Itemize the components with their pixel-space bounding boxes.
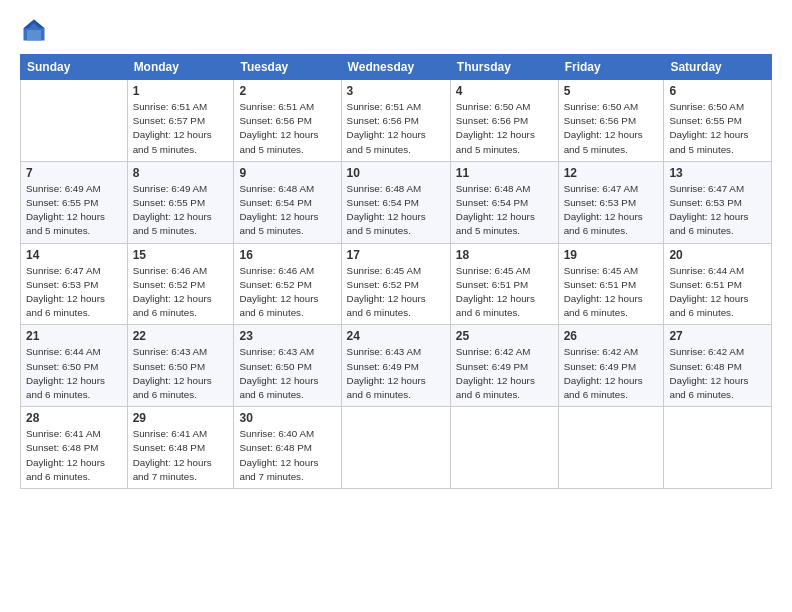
day-info: Sunrise: 6:49 AM Sunset: 6:55 PM Dayligh… [26, 182, 122, 239]
day-info: Sunrise: 6:42 AM Sunset: 6:48 PM Dayligh… [669, 345, 766, 402]
day-number: 2 [239, 84, 335, 98]
calendar-cell: 24Sunrise: 6:43 AM Sunset: 6:49 PM Dayli… [341, 325, 450, 407]
day-info: Sunrise: 6:46 AM Sunset: 6:52 PM Dayligh… [239, 264, 335, 321]
logo-icon [20, 16, 48, 44]
weekday-header: Tuesday [234, 55, 341, 80]
weekday-header: Monday [127, 55, 234, 80]
day-info: Sunrise: 6:41 AM Sunset: 6:48 PM Dayligh… [26, 427, 122, 484]
day-number: 29 [133, 411, 229, 425]
day-info: Sunrise: 6:47 AM Sunset: 6:53 PM Dayligh… [26, 264, 122, 321]
day-number: 20 [669, 248, 766, 262]
day-info: Sunrise: 6:43 AM Sunset: 6:50 PM Dayligh… [133, 345, 229, 402]
day-number: 9 [239, 166, 335, 180]
day-info: Sunrise: 6:42 AM Sunset: 6:49 PM Dayligh… [456, 345, 553, 402]
calendar-cell: 11Sunrise: 6:48 AM Sunset: 6:54 PM Dayli… [450, 161, 558, 243]
weekday-header: Friday [558, 55, 664, 80]
day-number: 15 [133, 248, 229, 262]
weekday-header: Saturday [664, 55, 772, 80]
calendar-cell: 6Sunrise: 6:50 AM Sunset: 6:55 PM Daylig… [664, 80, 772, 162]
calendar-cell: 27Sunrise: 6:42 AM Sunset: 6:48 PM Dayli… [664, 325, 772, 407]
day-number: 18 [456, 248, 553, 262]
day-info: Sunrise: 6:41 AM Sunset: 6:48 PM Dayligh… [133, 427, 229, 484]
day-info: Sunrise: 6:43 AM Sunset: 6:49 PM Dayligh… [347, 345, 445, 402]
day-number: 1 [133, 84, 229, 98]
day-info: Sunrise: 6:44 AM Sunset: 6:51 PM Dayligh… [669, 264, 766, 321]
calendar-cell: 30Sunrise: 6:40 AM Sunset: 6:48 PM Dayli… [234, 407, 341, 489]
calendar-week-row: 28Sunrise: 6:41 AM Sunset: 6:48 PM Dayli… [21, 407, 772, 489]
day-info: Sunrise: 6:47 AM Sunset: 6:53 PM Dayligh… [669, 182, 766, 239]
calendar-cell: 14Sunrise: 6:47 AM Sunset: 6:53 PM Dayli… [21, 243, 128, 325]
header [20, 16, 772, 44]
calendar-cell [341, 407, 450, 489]
calendar-cell: 15Sunrise: 6:46 AM Sunset: 6:52 PM Dayli… [127, 243, 234, 325]
day-number: 27 [669, 329, 766, 343]
calendar-week-row: 7Sunrise: 6:49 AM Sunset: 6:55 PM Daylig… [21, 161, 772, 243]
day-number: 8 [133, 166, 229, 180]
day-info: Sunrise: 6:45 AM Sunset: 6:51 PM Dayligh… [456, 264, 553, 321]
day-number: 30 [239, 411, 335, 425]
day-number: 25 [456, 329, 553, 343]
day-info: Sunrise: 6:51 AM Sunset: 6:56 PM Dayligh… [239, 100, 335, 157]
calendar-cell: 13Sunrise: 6:47 AM Sunset: 6:53 PM Dayli… [664, 161, 772, 243]
calendar-cell: 7Sunrise: 6:49 AM Sunset: 6:55 PM Daylig… [21, 161, 128, 243]
calendar-cell: 9Sunrise: 6:48 AM Sunset: 6:54 PM Daylig… [234, 161, 341, 243]
weekday-header: Wednesday [341, 55, 450, 80]
day-info: Sunrise: 6:45 AM Sunset: 6:52 PM Dayligh… [347, 264, 445, 321]
calendar-cell: 22Sunrise: 6:43 AM Sunset: 6:50 PM Dayli… [127, 325, 234, 407]
day-number: 4 [456, 84, 553, 98]
day-info: Sunrise: 6:48 AM Sunset: 6:54 PM Dayligh… [456, 182, 553, 239]
day-info: Sunrise: 6:48 AM Sunset: 6:54 PM Dayligh… [239, 182, 335, 239]
calendar-cell [450, 407, 558, 489]
day-number: 11 [456, 166, 553, 180]
calendar-cell: 4Sunrise: 6:50 AM Sunset: 6:56 PM Daylig… [450, 80, 558, 162]
day-number: 17 [347, 248, 445, 262]
logo [20, 16, 52, 44]
calendar-cell: 26Sunrise: 6:42 AM Sunset: 6:49 PM Dayli… [558, 325, 664, 407]
calendar-cell: 25Sunrise: 6:42 AM Sunset: 6:49 PM Dayli… [450, 325, 558, 407]
calendar-week-row: 1Sunrise: 6:51 AM Sunset: 6:57 PM Daylig… [21, 80, 772, 162]
day-number: 7 [26, 166, 122, 180]
day-number: 5 [564, 84, 659, 98]
calendar-cell: 3Sunrise: 6:51 AM Sunset: 6:56 PM Daylig… [341, 80, 450, 162]
day-info: Sunrise: 6:48 AM Sunset: 6:54 PM Dayligh… [347, 182, 445, 239]
day-info: Sunrise: 6:49 AM Sunset: 6:55 PM Dayligh… [133, 182, 229, 239]
calendar-cell: 28Sunrise: 6:41 AM Sunset: 6:48 PM Dayli… [21, 407, 128, 489]
calendar-cell: 2Sunrise: 6:51 AM Sunset: 6:56 PM Daylig… [234, 80, 341, 162]
day-number: 10 [347, 166, 445, 180]
calendar-cell: 1Sunrise: 6:51 AM Sunset: 6:57 PM Daylig… [127, 80, 234, 162]
day-number: 16 [239, 248, 335, 262]
calendar-cell: 19Sunrise: 6:45 AM Sunset: 6:51 PM Dayli… [558, 243, 664, 325]
weekday-header: Thursday [450, 55, 558, 80]
calendar-cell: 16Sunrise: 6:46 AM Sunset: 6:52 PM Dayli… [234, 243, 341, 325]
calendar-cell [558, 407, 664, 489]
svg-rect-2 [27, 30, 41, 41]
day-info: Sunrise: 6:44 AM Sunset: 6:50 PM Dayligh… [26, 345, 122, 402]
day-number: 23 [239, 329, 335, 343]
day-info: Sunrise: 6:45 AM Sunset: 6:51 PM Dayligh… [564, 264, 659, 321]
calendar-cell: 17Sunrise: 6:45 AM Sunset: 6:52 PM Dayli… [341, 243, 450, 325]
day-number: 14 [26, 248, 122, 262]
day-info: Sunrise: 6:50 AM Sunset: 6:56 PM Dayligh… [564, 100, 659, 157]
day-number: 28 [26, 411, 122, 425]
day-info: Sunrise: 6:50 AM Sunset: 6:55 PM Dayligh… [669, 100, 766, 157]
day-info: Sunrise: 6:51 AM Sunset: 6:57 PM Dayligh… [133, 100, 229, 157]
day-number: 22 [133, 329, 229, 343]
day-number: 13 [669, 166, 766, 180]
calendar-cell: 20Sunrise: 6:44 AM Sunset: 6:51 PM Dayli… [664, 243, 772, 325]
calendar-table: SundayMondayTuesdayWednesdayThursdayFrid… [20, 54, 772, 489]
day-number: 26 [564, 329, 659, 343]
day-info: Sunrise: 6:40 AM Sunset: 6:48 PM Dayligh… [239, 427, 335, 484]
calendar-cell [664, 407, 772, 489]
calendar-cell: 18Sunrise: 6:45 AM Sunset: 6:51 PM Dayli… [450, 243, 558, 325]
day-info: Sunrise: 6:47 AM Sunset: 6:53 PM Dayligh… [564, 182, 659, 239]
day-info: Sunrise: 6:51 AM Sunset: 6:56 PM Dayligh… [347, 100, 445, 157]
calendar-week-row: 14Sunrise: 6:47 AM Sunset: 6:53 PM Dayli… [21, 243, 772, 325]
weekday-header: Sunday [21, 55, 128, 80]
day-number: 3 [347, 84, 445, 98]
day-info: Sunrise: 6:46 AM Sunset: 6:52 PM Dayligh… [133, 264, 229, 321]
header-row: SundayMondayTuesdayWednesdayThursdayFrid… [21, 55, 772, 80]
calendar-cell: 23Sunrise: 6:43 AM Sunset: 6:50 PM Dayli… [234, 325, 341, 407]
day-number: 6 [669, 84, 766, 98]
day-number: 12 [564, 166, 659, 180]
calendar-week-row: 21Sunrise: 6:44 AM Sunset: 6:50 PM Dayli… [21, 325, 772, 407]
